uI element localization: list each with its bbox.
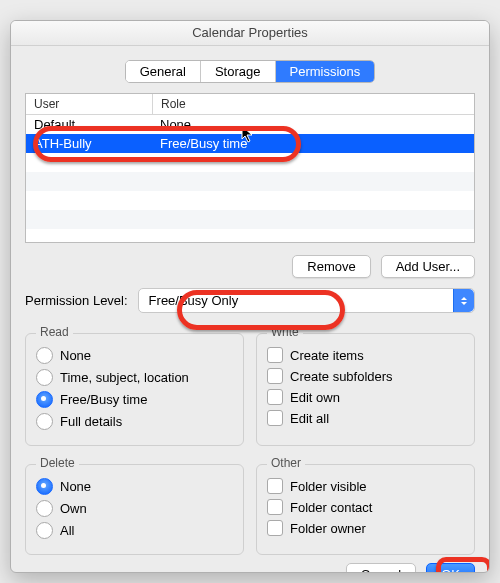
window-title: Calendar Properties bbox=[11, 21, 489, 46]
permission-level-label: Permission Level: bbox=[25, 293, 128, 308]
group-read: Read None Time, subject, location Free/B… bbox=[25, 333, 244, 446]
cancel-button[interactable]: Cancel bbox=[346, 563, 416, 573]
group-delete: Delete None Own All bbox=[25, 464, 244, 555]
permission-level-value: Free/Busy Only bbox=[149, 293, 239, 308]
column-header-role[interactable]: Role bbox=[153, 94, 474, 114]
cell-user: Default bbox=[26, 115, 152, 134]
ok-button[interactable]: OK bbox=[426, 563, 475, 573]
check-create-subfolders[interactable]: Create subfolders bbox=[267, 368, 464, 384]
remove-button[interactable]: Remove bbox=[292, 255, 370, 278]
table-row[interactable] bbox=[26, 210, 474, 229]
group-other: Other Folder visible Folder contact Fold… bbox=[256, 464, 475, 555]
column-header-user[interactable]: User bbox=[26, 94, 153, 114]
group-title: Delete bbox=[36, 456, 79, 470]
group-title: Read bbox=[36, 325, 73, 339]
table-row[interactable] bbox=[26, 191, 474, 210]
tab-permissions[interactable]: Permissions bbox=[276, 61, 375, 82]
check-create-items[interactable]: Create items bbox=[267, 347, 464, 363]
check-folder-visible[interactable]: Folder visible bbox=[267, 478, 464, 494]
group-write: Write Create items Create subfolders Edi… bbox=[256, 333, 475, 446]
segmented-control: General Storage Permissions bbox=[125, 60, 376, 83]
chevron-updown-icon bbox=[453, 289, 474, 312]
radio-read-none[interactable]: None bbox=[36, 347, 233, 364]
radio-read-free-busy-time[interactable]: Free/Busy time bbox=[36, 391, 233, 408]
tab-storage[interactable]: Storage bbox=[201, 61, 276, 82]
cursor-icon bbox=[241, 125, 255, 143]
radio-read-time-subject-location[interactable]: Time, subject, location bbox=[36, 369, 233, 386]
radio-delete-all[interactable]: All bbox=[36, 522, 233, 539]
radio-read-full-details[interactable]: Full details bbox=[36, 413, 233, 430]
check-folder-contact[interactable]: Folder contact bbox=[267, 499, 464, 515]
tab-bar: General Storage Permissions bbox=[11, 60, 489, 83]
add-user-button[interactable]: Add User... bbox=[381, 255, 475, 278]
check-edit-own[interactable]: Edit own bbox=[267, 389, 464, 405]
cell-user: ATH-Bully bbox=[26, 134, 152, 153]
group-title: Write bbox=[267, 325, 303, 339]
check-edit-all[interactable]: Edit all bbox=[267, 410, 464, 426]
radio-delete-none[interactable]: None bbox=[36, 478, 233, 495]
cell-role: Free/Busy time bbox=[152, 134, 474, 153]
table-row[interactable] bbox=[26, 153, 474, 172]
radio-delete-own[interactable]: Own bbox=[36, 500, 233, 517]
check-folder-owner[interactable]: Folder owner bbox=[267, 520, 464, 536]
cell-role: None bbox=[152, 115, 474, 134]
group-title: Other bbox=[267, 456, 305, 470]
permission-level-select[interactable]: Free/Busy Only bbox=[138, 288, 475, 313]
permissions-table[interactable]: User Role Default None ATH-Bully Free/Bu… bbox=[25, 93, 475, 243]
tab-general[interactable]: General bbox=[126, 61, 201, 82]
table-row[interactable] bbox=[26, 172, 474, 191]
window: Calendar Properties General Storage Perm… bbox=[10, 20, 490, 573]
